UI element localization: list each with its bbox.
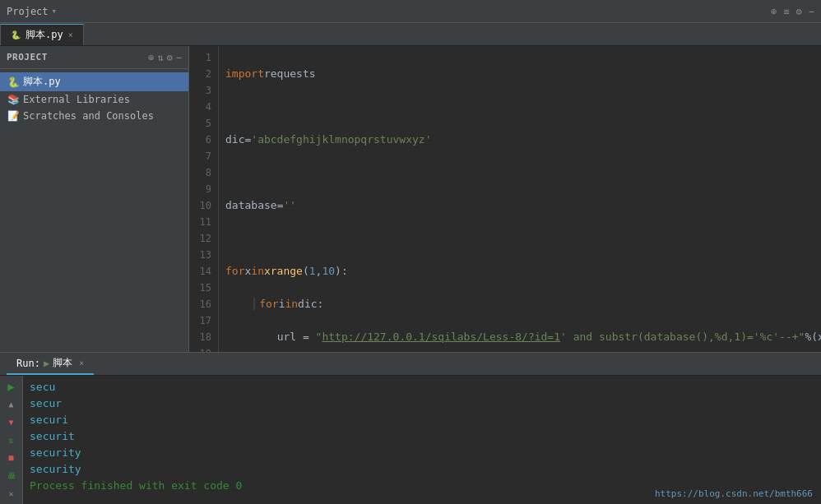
run-stop-button[interactable]: ■ [3, 451, 20, 465]
run-label: Run: [16, 358, 40, 369]
collapse-icon[interactable]: ≡ [783, 6, 789, 17]
run-toolbar: ▶ ▲ ▼ ⇅ ■ 🖶 ✕ [0, 376, 23, 504]
line-numbers: 12345 678910 1112131415 16171819 [189, 46, 219, 352]
project-label[interactable]: Project [7, 6, 49, 17]
library-icon: 📚 [7, 94, 20, 105]
output-line-3: securi [30, 412, 814, 428]
scratches-icon: 📝 [7, 110, 20, 122]
run-icon: ▶ [44, 358, 49, 369]
sidebar-header: Project ⊕ ⇅ ⚙ − [0, 46, 188, 69]
run-down-button[interactable]: ▼ [3, 414, 20, 429]
add-file-icon[interactable]: ⊕ [771, 6, 777, 17]
sidebar-item-script[interactable]: 🐍 脚本.py [0, 72, 188, 91]
minimize-icon[interactable]: − [809, 6, 814, 17]
tab-script[interactable]: 🐍 脚本.py × [0, 24, 84, 45]
run-close-button[interactable]: ✕ [3, 486, 20, 501]
bottom-tabs: Run: ▶ 脚本 × [0, 353, 821, 376]
run-script-label: 脚本 [53, 356, 72, 370]
sidebar-item-scratches[interactable]: 📝 Scratches and Consoles [0, 108, 188, 124]
console-output[interactable]: secu secur securi securit security secur… [23, 376, 821, 504]
code-content[interactable]: import requests dic = 'abcdefghijklmnopq… [219, 46, 821, 352]
settings-icon[interactable]: ⚙ [796, 6, 802, 17]
run-print-button[interactable]: 🖶 [3, 469, 20, 483]
sidebar-item-script-label: 脚本.py [23, 75, 61, 89]
sidebar-header-title: Project [7, 52, 48, 62]
sidebar-gear-icon[interactable]: ⚙ [167, 52, 173, 63]
sidebar-item-libraries[interactable]: 📚 External Libraries [0, 91, 188, 108]
url-label: https://blog.csdn.net/bmth666 [655, 487, 813, 499]
run-rerun-button[interactable]: ⇅ [3, 432, 20, 447]
code-area[interactable]: 12345 678910 1112131415 16171819 import … [189, 46, 821, 352]
code-editor: 12345 678910 1112131415 16171819 import … [189, 46, 821, 352]
run-tab-close[interactable]: × [79, 358, 84, 368]
project-dropdown-icon[interactable]: ▾ [52, 6, 58, 16]
run-up-button[interactable]: ▲ [3, 397, 20, 412]
bottom-area: ▶ ▲ ▼ ⇅ ■ 🖶 ✕ secu secur securi securit … [0, 376, 821, 504]
bottom-panel: Run: ▶ 脚本 × ▶ ▲ ▼ ⇅ ■ 🖶 ✕ secu secur sec… [0, 352, 821, 504]
sidebar-items: 🐍 脚本.py 📚 External Libraries 📝 Scratches… [0, 69, 188, 352]
output-line-6: security [30, 461, 814, 478]
top-bar: Project ▾ ⊕ ≡ ⚙ − [0, 0, 821, 23]
tab-bar: 🐍 脚本.py × [0, 23, 821, 46]
main-content: Project ⊕ ⇅ ⚙ − 🐍 脚本.py 📚 External Libra… [0, 46, 821, 352]
tab-script-label: 脚本.py [26, 28, 63, 42]
sidebar: Project ⊕ ⇅ ⚙ − 🐍 脚本.py 📚 External Libra… [0, 46, 189, 352]
output-line-2: secur [30, 395, 814, 412]
run-tab[interactable]: Run: ▶ 脚本 × [7, 353, 94, 375]
python-icon: 🐍 [7, 76, 20, 88]
output-line-1: secu [30, 379, 814, 395]
sidebar-add-icon[interactable]: ⊕ [148, 52, 154, 63]
output-line-5: security [30, 445, 814, 461]
python-file-icon: 🐍 [11, 30, 21, 39]
sidebar-collapse-icon[interactable]: ⇅ [157, 52, 163, 63]
tab-close-icon[interactable]: × [68, 30, 73, 39]
run-play-button[interactable]: ▶ [3, 379, 20, 394]
output-line-4: securit [30, 428, 814, 445]
sidebar-item-scratches-label: Scratches and Consoles [23, 110, 154, 122]
sidebar-item-libraries-label: External Libraries [23, 94, 130, 105]
sidebar-minus-icon[interactable]: − [176, 52, 182, 63]
sidebar-header-icons: ⊕ ⇅ ⚙ − [148, 52, 182, 63]
